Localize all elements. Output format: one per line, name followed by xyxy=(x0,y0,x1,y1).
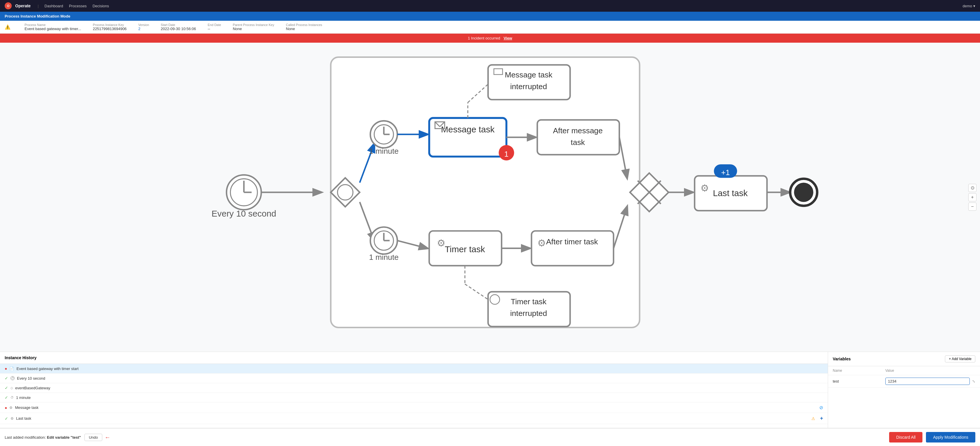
timer-icon: ⏱ xyxy=(11,376,14,380)
svg-text:Timer task: Timer task xyxy=(445,244,485,254)
zoom-in-button[interactable]: + xyxy=(968,193,977,201)
history-item[interactable]: ● ⚙ Message task ⊘ xyxy=(0,403,828,413)
undo-button[interactable]: Undo xyxy=(84,434,102,441)
end-date-value: -- xyxy=(208,27,221,31)
gear-icon: ⚙ xyxy=(11,416,14,421)
warn-icon: ⚠ xyxy=(811,416,815,421)
footer-actions: Discard All Apply Modifications xyxy=(889,432,975,443)
svg-text:1 minute: 1 minute xyxy=(369,253,399,261)
cancel-action-icon[interactable]: ⊘ xyxy=(819,405,823,410)
history-item[interactable]: ✓ ⏱ Every 10 second xyxy=(0,374,828,383)
timer-small-icon: ⏱ xyxy=(11,396,14,399)
variable-value-input[interactable] xyxy=(885,378,970,385)
brand-name: Operate xyxy=(15,3,31,8)
nav-processes[interactable]: Processes xyxy=(69,3,87,10)
history-item[interactable]: ✓ ⏱ 1 minute xyxy=(0,393,828,403)
svg-text:Timer task: Timer task xyxy=(511,297,547,306)
mod-banner-title: Process Instance Modification Mode xyxy=(5,14,70,18)
svg-rect-0 xyxy=(331,57,640,328)
diagram-area[interactable]: Every 10 second 1 minute Message task xyxy=(0,43,980,352)
gear-icon: ⚙ xyxy=(10,406,13,410)
variables-title: Variables xyxy=(833,357,851,361)
nav-dashboard[interactable]: Dashboard xyxy=(45,3,63,10)
last-mod-value: Edit variable "test" xyxy=(47,435,81,440)
svg-text:⚙: ⚙ xyxy=(700,183,709,193)
add-action-icon[interactable]: + xyxy=(820,415,823,421)
instance-history-title: Instance History xyxy=(0,352,828,364)
incident-view-link[interactable]: View xyxy=(503,36,512,40)
add-variable-button[interactable]: + Add Variable xyxy=(945,355,975,362)
svg-text:interrupted: interrupted xyxy=(510,82,547,91)
user-menu[interactable]: demo ▾ xyxy=(963,4,975,8)
variables-header: Variables + Add Variable xyxy=(828,352,980,366)
svg-text:Message task: Message task xyxy=(441,124,495,134)
name-column-header: Name xyxy=(833,368,885,373)
history-item[interactable]: ● 📄 Event based gateway with timer start xyxy=(0,364,828,374)
start-date-label: Start Date xyxy=(161,23,196,27)
instance-history-panel: Instance History ● 📄 Event based gateway… xyxy=(0,352,828,428)
variable-name: test xyxy=(833,379,885,384)
svg-text:Every 10 second: Every 10 second xyxy=(212,209,276,218)
svg-text:1: 1 xyxy=(504,150,509,158)
svg-rect-17 xyxy=(429,118,506,157)
expand-icon[interactable]: ⤡ xyxy=(972,379,975,384)
svg-text:+1: +1 xyxy=(721,168,730,177)
svg-text:⚙: ⚙ xyxy=(537,237,546,248)
called-instances-label: Called Process Instances xyxy=(286,23,322,27)
main-area: Every 10 second 1 minute Message task xyxy=(0,43,980,428)
parent-key-group: Parent Process Instance Key None xyxy=(233,23,274,31)
apply-modifications-button[interactable]: Apply Modifications xyxy=(926,432,975,443)
check-icon: ✓ xyxy=(5,376,8,381)
start-date-group: Start Date 2022-09-30 10:56:06 xyxy=(161,23,196,31)
process-info-bar: ⚠️ Process Name Event based gateway with… xyxy=(0,21,980,33)
version-group: Version 2 xyxy=(138,23,149,31)
undo-arrow-indicator: ← xyxy=(105,434,110,441)
process-key-label: Process Instance Key xyxy=(93,23,127,27)
user-name: demo xyxy=(963,4,972,8)
error-icon: ● xyxy=(5,366,7,371)
error-icon: ● xyxy=(5,405,7,410)
nav-decisions[interactable]: Decisions xyxy=(92,3,109,10)
svg-rect-31 xyxy=(537,120,619,155)
svg-text:After timer task: After timer task xyxy=(546,237,598,246)
discard-all-button[interactable]: Discard All xyxy=(889,432,923,443)
called-instances-group: Called Process Instances None xyxy=(286,23,322,31)
incident-text: 1 Incident occurred xyxy=(468,36,500,40)
history-item[interactable]: ✓ ⚙ Last task ⚠ + xyxy=(0,413,828,424)
history-item-label: Message task xyxy=(15,405,817,410)
nav-separator: | xyxy=(38,4,38,8)
doc-icon: 📄 xyxy=(10,366,14,371)
value-column-header: Value xyxy=(885,368,975,373)
process-name-group: Process Name Event based gateway with ti… xyxy=(25,23,81,31)
check-icon: ✓ xyxy=(5,416,8,421)
svg-text:After message: After message xyxy=(553,126,603,135)
parent-key-label: Parent Process Instance Key xyxy=(233,23,274,27)
parent-key-value: None xyxy=(233,27,274,31)
variable-row: test ⤡ xyxy=(828,375,980,387)
svg-point-66 xyxy=(794,183,813,202)
version-link[interactable]: 2 xyxy=(138,27,149,31)
variable-column-headers: Name Value xyxy=(828,366,980,375)
process-error-icon: ⚠️ xyxy=(5,24,11,30)
history-item[interactable]: ✓ ◇ eventBasedGateway xyxy=(0,383,828,393)
zoom-fit-button[interactable]: ⊙ xyxy=(968,184,977,192)
last-mod-label: Last added modification: xyxy=(5,435,46,440)
app-logo: O xyxy=(5,2,12,10)
process-key-group: Process Instance Key 2251799813694906 xyxy=(93,23,127,31)
bpmn-diagram: Every 10 second 1 minute Message task xyxy=(0,43,980,352)
footer-bar: Last added modification: Edit variable "… xyxy=(0,428,980,446)
variables-panel: Variables + Add Variable Name Value test… xyxy=(828,352,980,428)
process-name-value: Event based gateway with timer... xyxy=(25,27,81,31)
incident-bar: 1 Incident occurred View xyxy=(0,33,980,43)
chevron-down-icon: ▾ xyxy=(973,4,975,8)
history-item-label: Event based gateway with timer start xyxy=(16,366,823,371)
top-navigation: O Operate | Dashboard Processes Decision… xyxy=(0,0,980,12)
process-key-value: 2251799813694906 xyxy=(93,27,127,31)
check-icon: ✓ xyxy=(5,395,8,400)
zoom-out-button[interactable]: − xyxy=(968,202,977,211)
end-date-label: End Date xyxy=(208,23,221,27)
gateway-icon: ◇ xyxy=(11,386,13,390)
svg-text:1 minute: 1 minute xyxy=(369,147,399,156)
bottom-panel: Instance History ● 📄 Event based gateway… xyxy=(0,352,980,428)
version-label: Version xyxy=(138,23,149,27)
